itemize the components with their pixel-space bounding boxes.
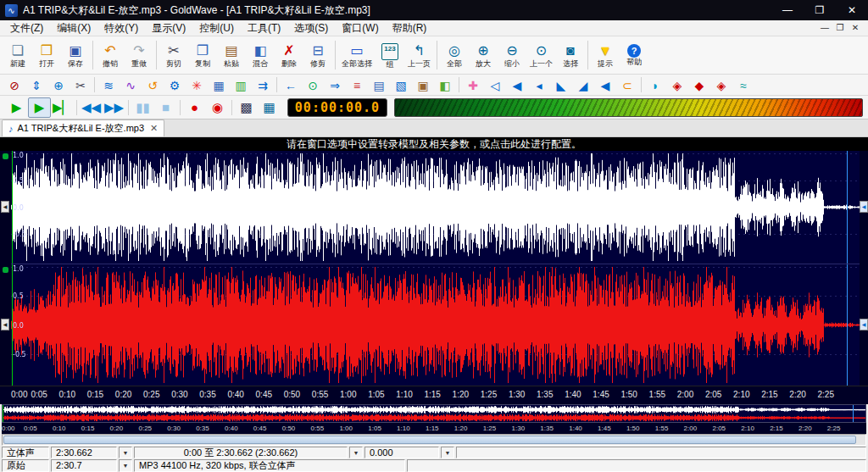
burst-icon[interactable]: ✳ xyxy=(186,76,208,94)
overview-strip[interactable] xyxy=(2,404,866,423)
no-entry-icon[interactable]: ⊘ xyxy=(3,76,25,94)
right-channel-waveform[interactable] xyxy=(11,264,860,386)
overview-waveform[interactable] xyxy=(3,405,865,422)
target-icon[interactable]: ⊙ xyxy=(302,76,324,94)
fast-forward-button[interactable]: ▶▶ xyxy=(103,97,125,118)
right-channel-end-marker[interactable]: ◀ xyxy=(860,319,868,330)
pause-button[interactable]: ▮▮ xyxy=(131,97,154,118)
right-arrow-icon[interactable]: ⇒ xyxy=(324,76,346,94)
eq-lines-icon[interactable]: ≡ xyxy=(346,76,368,94)
undo-button[interactable]: ↶撤销 xyxy=(96,38,125,73)
vu-meter[interactable] xyxy=(394,98,863,117)
horizontal-scrollbar[interactable] xyxy=(2,434,866,446)
skip-left-icon[interactable]: ◀ xyxy=(594,76,616,94)
new-button[interactable]: ❏新建 xyxy=(3,38,32,73)
hint-button[interactable]: ▼提示 xyxy=(591,38,620,73)
diag-grid-icon[interactable]: ▧ xyxy=(390,76,412,94)
right-channel-marker[interactable]: ◀ xyxy=(1,319,9,330)
menu-view[interactable]: 显示(V) xyxy=(145,20,192,36)
menu-options[interactable]: 选项(S) xyxy=(287,20,335,36)
left-channel-waveform[interactable] xyxy=(11,151,860,264)
record-selection-button[interactable]: ◉ xyxy=(206,97,229,118)
diamond-left-icon[interactable]: ◈ xyxy=(666,76,688,94)
waves-icon[interactable]: ≋ xyxy=(97,76,120,94)
rotate-left-icon[interactable]: ↺ xyxy=(142,76,164,94)
stop-button[interactable]: ■ xyxy=(154,97,177,118)
mix-button[interactable]: ◧混合 xyxy=(246,38,275,73)
open-button[interactable]: ❒打开 xyxy=(32,38,61,73)
mdi-close-button[interactable]: ✕ xyxy=(848,20,863,36)
right-channel-flag-icon[interactable] xyxy=(3,267,8,273)
notice-bar[interactable]: 请在窗口选项中设置转录模型及相关参数，或点击此处进行配置。 xyxy=(0,137,868,151)
corner-left-icon[interactable]: ◣ xyxy=(550,76,572,94)
grid-icon[interactable]: ▦ xyxy=(208,76,230,94)
mdi-restore-button[interactable]: ❐ xyxy=(832,20,848,36)
left-channel-marker[interactable]: ◀ xyxy=(1,201,9,213)
menu-edit[interactable]: 编辑(X) xyxy=(50,20,97,36)
selection-dropdown-button[interactable]: ▼ xyxy=(349,447,363,458)
document-tab[interactable]: ♪ A1 TRIP&大籽&Lil E-放空.mp3 ✕ xyxy=(2,119,164,136)
length-dropdown-button[interactable]: ▼ xyxy=(119,447,132,458)
control-properties-button[interactable]: ▩ xyxy=(235,97,258,118)
left-channel-end-marker[interactable]: ◀ xyxy=(860,201,868,213)
scrollbar-thumb[interactable] xyxy=(3,436,856,444)
original-dropdown-button[interactable]: ▼ xyxy=(119,459,132,472)
visual-display-button[interactable]: ▦ xyxy=(258,97,281,118)
close-button[interactable]: ✕ xyxy=(836,0,868,20)
minimize-button[interactable]: — xyxy=(771,0,804,20)
record-button[interactable]: ● xyxy=(183,97,206,118)
help-button[interactable]: ?帮助 xyxy=(620,38,648,73)
mdi-minimize-button[interactable]: — xyxy=(817,20,832,36)
bars-icon[interactable]: ▥ xyxy=(230,76,252,94)
globe-icon[interactable]: ⊕ xyxy=(47,76,70,94)
diamond-icon[interactable]: ◆ xyxy=(688,76,710,94)
menu-control[interactable]: 控制(U) xyxy=(192,20,241,36)
barrel-icon[interactable]: ▣ xyxy=(412,76,434,94)
volume-small-icon[interactable]: ◂ xyxy=(528,76,550,94)
speaker-icon[interactable]: ◀ xyxy=(506,76,528,94)
gear-icon[interactable]: ⚙ xyxy=(164,76,186,94)
trim-button[interactable]: ⊟修剪 xyxy=(303,38,332,73)
speaker-mute-icon[interactable]: ◁ xyxy=(484,76,506,94)
menu-tools[interactable]: 工具(T) xyxy=(241,20,287,36)
previous-page-button[interactable]: ↰上一页 xyxy=(404,38,434,73)
resize-vertical-icon[interactable]: ⇕ xyxy=(25,76,47,94)
speech-bubble-icon[interactable]: ◗ xyxy=(644,76,666,94)
delete-button[interactable]: ✗删除 xyxy=(275,38,303,73)
rewind-button[interactable]: ◀◀ xyxy=(80,97,103,118)
zoom-all-button[interactable]: ◎全部 xyxy=(440,38,469,73)
restore-button[interactable]: ❐ xyxy=(804,0,836,20)
save-button[interactable]: ▣保存 xyxy=(61,38,90,73)
play-selection-button[interactable]: ▶ xyxy=(28,97,51,118)
menu-window[interactable]: 窗口(W) xyxy=(335,20,385,36)
left-channel-flag-icon[interactable] xyxy=(3,153,8,159)
half-block-icon[interactable]: ◧ xyxy=(434,76,456,94)
zoom-in-button[interactable]: ⊕放大 xyxy=(469,38,498,73)
play-button[interactable]: ▶ xyxy=(5,97,28,118)
tab-close-icon[interactable]: ✕ xyxy=(148,123,158,134)
menu-file[interactable]: 文件(Z) xyxy=(3,20,50,36)
redo-button[interactable]: ↷重做 xyxy=(125,38,153,73)
select-all-button[interactable]: ▭全部选择 xyxy=(338,38,376,73)
status-selection[interactable]: 0:00 至 2:30.662 (2:30.662) xyxy=(134,447,348,458)
position-dropdown-button[interactable]: ▼ xyxy=(441,447,454,458)
approx-icon[interactable]: ≈ xyxy=(732,76,754,94)
menu-effects[interactable]: 特效(Y) xyxy=(97,20,145,36)
plus-icon[interactable]: ✚ xyxy=(462,76,484,94)
zoom-previous-button[interactable]: ⊙上一个 xyxy=(526,38,556,73)
link-icon[interactable]: ⊂ xyxy=(616,76,638,94)
double-arrow-right-icon[interactable]: ⇉ xyxy=(252,76,274,94)
copy-button[interactable]: ❐复制 xyxy=(188,38,217,73)
scissors-icon[interactable]: ✂ xyxy=(70,76,92,94)
left-arrow-icon[interactable]: ← xyxy=(280,76,302,94)
paste-button[interactable]: ▤粘贴 xyxy=(217,38,246,73)
menu-help[interactable]: 帮助(R) xyxy=(386,20,434,36)
time-axis[interactable]: 0:000:050:100:150:200:250:300:350:400:45… xyxy=(0,386,868,404)
rows-icon[interactable]: ▤ xyxy=(368,76,390,94)
cut-button[interactable]: ✂剪切 xyxy=(159,38,188,73)
zoom-selection-button[interactable]: ◙选择 xyxy=(556,38,585,73)
preset-group-button[interactable]: 123组 xyxy=(376,38,404,73)
sine-wave-icon[interactable]: ∿ xyxy=(120,76,142,94)
diamond-right-icon[interactable]: ◈ xyxy=(710,76,732,94)
zoom-out-button[interactable]: ⊖缩小 xyxy=(498,38,526,73)
